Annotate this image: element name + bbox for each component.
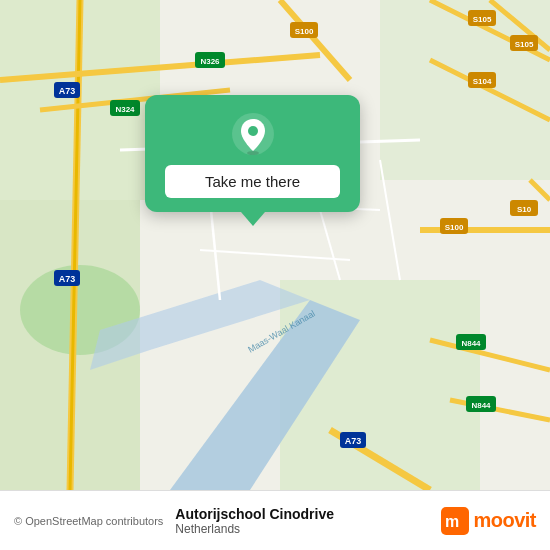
svg-point-56 [248, 126, 258, 136]
svg-text:S100: S100 [445, 223, 464, 232]
take-me-there-button[interactable]: Take me there [165, 165, 340, 198]
location-country: Netherlands [175, 522, 441, 536]
moovit-brand-text: moovit [473, 509, 536, 532]
location-popup: Take me there [145, 95, 360, 212]
svg-point-55 [247, 151, 259, 155]
svg-text:S104: S104 [473, 77, 492, 86]
svg-text:N326: N326 [200, 57, 220, 66]
footer-bar: © OpenStreetMap contributors Autorijscho… [0, 490, 550, 550]
footer-center: Autorijschool Cinodrive Netherlands [163, 506, 441, 536]
osm-attribution: © OpenStreetMap contributors [14, 515, 163, 527]
location-name: Autorijschool Cinodrive [175, 506, 441, 522]
moovit-logo: m moovit [441, 507, 536, 535]
moovit-icon: m [441, 507, 469, 535]
footer-left: © OpenStreetMap contributors [14, 515, 163, 527]
svg-text:N324: N324 [115, 105, 135, 114]
map-container: Maas-Waal Kanaal A73 A73 A73 N326 N324 S… [0, 0, 550, 490]
svg-text:m: m [445, 513, 459, 530]
location-pin-icon [232, 113, 274, 155]
svg-text:A73: A73 [345, 436, 362, 446]
svg-text:A73: A73 [59, 274, 76, 284]
svg-text:N844: N844 [471, 401, 491, 410]
svg-text:S10: S10 [517, 205, 532, 214]
svg-text:N844: N844 [461, 339, 481, 348]
svg-text:S100: S100 [295, 27, 314, 36]
map-background: Maas-Waal Kanaal A73 A73 A73 N326 N324 S… [0, 0, 550, 490]
svg-text:S105: S105 [473, 15, 492, 24]
svg-text:A73: A73 [59, 86, 76, 96]
svg-text:S105: S105 [515, 40, 534, 49]
